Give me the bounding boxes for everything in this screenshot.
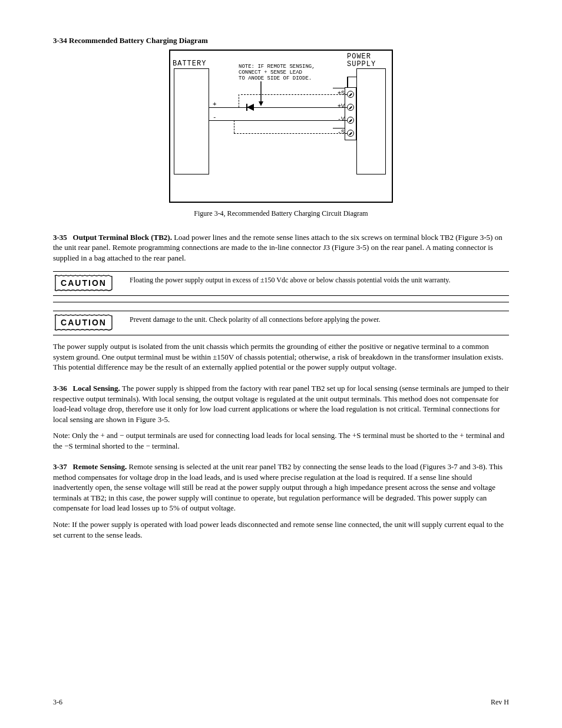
svg-marker-3 bbox=[259, 101, 263, 106]
rev-label: Rev H bbox=[491, 697, 509, 707]
wire-plus-sense bbox=[241, 94, 347, 95]
sec-337-note: Note: If the power supply is operated wi… bbox=[53, 519, 509, 540]
term-minus-s-icon bbox=[347, 130, 354, 137]
caution-badge-1: CAUTION bbox=[53, 274, 114, 292]
term-plus-v-icon bbox=[347, 104, 354, 111]
isolation-paragraph: The power supply output is isolated from… bbox=[53, 341, 509, 373]
power-supply-block bbox=[356, 68, 386, 174]
page-number: 3-6 bbox=[53, 697, 62, 707]
figure-caption: Figure 3-4, Recommended Battery Charging… bbox=[53, 209, 509, 218]
batt-minus: - bbox=[213, 113, 217, 122]
sec-336: 3-36 Local Sensing. The power supply is … bbox=[53, 383, 509, 424]
sec-335: 3-35 Output Terminal Block (TB2). Load p… bbox=[53, 232, 509, 263]
sec-336-body: The power supply is shipped from the fac… bbox=[53, 384, 509, 424]
caution-text-2: Prevent damage to the unit. Check polari… bbox=[130, 314, 509, 324]
term-plus-v-label: +V bbox=[330, 103, 345, 111]
term-plus-s-icon bbox=[347, 91, 354, 98]
figure-note: NOTE: IF REMOTE SENSING, CONNECT + SENSE… bbox=[239, 64, 339, 82]
caution-badge-2: CAUTION bbox=[53, 314, 114, 331]
sec-336-note: Note: Only the + and − output terminals … bbox=[53, 430, 509, 451]
fig-title: 3-34 Recommended Battery Charging Diagra… bbox=[53, 35, 509, 46]
wire-minus-sense bbox=[234, 133, 347, 134]
term-minus-s-label: -S bbox=[330, 129, 345, 137]
term-minus-v-label: -V bbox=[330, 116, 345, 124]
figure-battery-charging: BATTERY POWER SUPPLY +S +V -V -S + - NOT… bbox=[169, 50, 393, 203]
battery-block bbox=[174, 68, 209, 174]
term-plus-s-label: +S bbox=[330, 90, 345, 98]
page-footer: 3-6 Rev H bbox=[53, 697, 509, 707]
term-minus-v-icon bbox=[347, 117, 354, 124]
wire-plus bbox=[209, 107, 347, 108]
caution-block-2: CAUTION Prevent damage to the unit. Chec… bbox=[53, 311, 509, 335]
battery-label: BATTERY bbox=[173, 59, 206, 68]
wire-minus bbox=[209, 120, 347, 121]
batt-plus: + bbox=[213, 100, 217, 109]
sec-337: 3-37 Remote Sensing. Remote sensing is s… bbox=[53, 462, 509, 513]
caution-block-1: CAUTION Floating the power supply output… bbox=[53, 271, 509, 296]
caution-text-1: Floating the power supply output in exce… bbox=[130, 274, 509, 285]
note-arrow-icon bbox=[234, 80, 269, 106]
power-label-2: SUPPLY bbox=[347, 60, 376, 69]
